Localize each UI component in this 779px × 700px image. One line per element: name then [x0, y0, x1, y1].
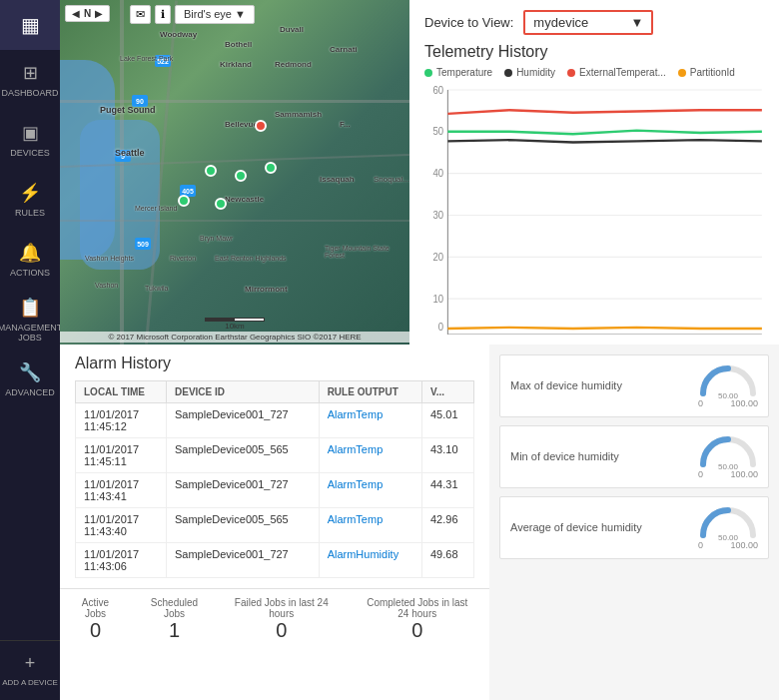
svg-text:10: 10	[433, 293, 444, 305]
sidebar-item-advanced[interactable]: 🔧 ADVANCED	[0, 350, 60, 409]
cell-device: SampleDevice001_727	[166, 403, 319, 438]
sidebar-item-actions[interactable]: 🔔 ACTIONS	[0, 230, 60, 290]
legend-humidity-dot	[504, 69, 512, 77]
sidebar-item-label: RULES	[15, 208, 45, 218]
sidebar: ▦ ⊞ DASHBOARD ▣ DEVICES ⚡ RULES 🔔 ACTION…	[0, 0, 60, 700]
cell-value: 44.31	[421, 473, 473, 508]
rules-icon: ⚡	[19, 182, 41, 204]
alarm-panel: Alarm History LOCAL TIME DEVICE ID RULE …	[60, 345, 489, 588]
legend-external-label: ExternalTemperat...	[579, 67, 666, 78]
cell-value: 42.96	[421, 508, 473, 543]
legend-external-dot	[567, 69, 575, 77]
cell-value: 43.10	[421, 438, 473, 473]
cell-rule: AlarmTemp	[319, 473, 421, 508]
management-icon: 📋	[19, 297, 41, 319]
cell-rule: AlarmTemp	[319, 438, 421, 473]
table-row[interactable]: 11/01/201711:43:40 SampleDevice005_565 A…	[76, 508, 474, 543]
chart-legend: Temperature Humidity ExternalTemperat...…	[424, 67, 764, 78]
alarm-table: LOCAL TIME DEVICE ID RULE OUTPUT V... 11…	[75, 380, 474, 578]
legend-temp-dot	[424, 69, 432, 77]
add-device-button[interactable]: + ADD A DEVICE	[0, 640, 60, 700]
col-local-time: LOCAL TIME	[76, 381, 167, 403]
svg-text:50: 50	[433, 126, 444, 138]
map-nav-right[interactable]: ▶	[95, 8, 103, 19]
telemetry-chart: 60 50 40 30 20 10 0	[424, 84, 764, 335]
main-content: 90 522 5 405 509 Woodway Lake Forest Par…	[60, 0, 779, 700]
alarm-table-wrapper: LOCAL TIME DEVICE ID RULE OUTPUT V... 11…	[75, 380, 474, 578]
cell-device: SampleDevice005_565	[166, 438, 319, 473]
job-label-3: Completed Jobs in last 24 hours	[361, 597, 474, 619]
jobs-bar: Active Jobs0Scheduled Jobs1Failed Jobs i…	[60, 588, 489, 650]
legend-partition-label: PartitionId	[690, 67, 735, 78]
svg-text:0: 0	[438, 322, 444, 334]
legend-temperature: Temperature	[424, 67, 492, 78]
gauge-numbers-0: 0100.00	[698, 398, 758, 408]
map-pin-green-2[interactable]	[235, 170, 247, 182]
advanced-icon: 🔧	[19, 361, 41, 383]
cell-time: 11/01/201711:43:40	[76, 508, 167, 543]
cell-value: 49.68	[421, 543, 473, 578]
chart-area: 60 50 40 30 20 10 0	[424, 84, 764, 335]
telemetry-title: Telemetry History	[424, 43, 764, 61]
legend-external: ExternalTemperat...	[567, 67, 666, 78]
svg-text:60: 60	[433, 84, 444, 96]
map-pin-green-3[interactable]	[265, 162, 277, 174]
sidebar-item-rules[interactable]: ⚡ RULES	[0, 170, 60, 230]
map-pin-green-5[interactable]	[178, 195, 190, 207]
gauge-svg-0: 50.00	[698, 363, 758, 398]
cell-value: 45.01	[421, 403, 473, 438]
gauge-label-2: Average of device humidity	[510, 520, 688, 534]
map-message-btn[interactable]: ✉	[130, 5, 151, 24]
bottom-area: Alarm History LOCAL TIME DEVICE ID RULE …	[60, 345, 779, 700]
map-info-btn[interactable]: ℹ	[155, 5, 171, 24]
table-row[interactable]: 11/01/201711:45:12 SampleDevice001_727 A…	[76, 403, 474, 438]
svg-text:50.00: 50.00	[718, 462, 739, 469]
gauge-card-1: Min of device humidity 50.00 0100.00	[499, 425, 769, 488]
job-label-0: Active Jobs	[75, 597, 116, 619]
svg-text:50.00: 50.00	[718, 533, 739, 540]
legend-humidity: Humidity	[504, 67, 555, 78]
gauge-card-2: Average of device humidity 50.00 0100.00	[499, 496, 769, 559]
dropdown-arrow-icon: ▼	[630, 15, 643, 30]
gauge-numbers-2: 0100.00	[698, 540, 758, 550]
job-value-0: 0	[75, 619, 116, 642]
table-row[interactable]: 11/01/201711:43:41 SampleDevice001_727 A…	[76, 473, 474, 508]
sidebar-item-dashboard[interactable]: ⊞ DASHBOARD	[0, 50, 60, 110]
map-pin-red[interactable]	[255, 120, 267, 132]
cell-rule: AlarmTemp	[319, 403, 421, 438]
cell-time: 11/01/201711:45:11	[76, 438, 167, 473]
col-device-id: DEVICE ID	[166, 381, 319, 403]
sidebar-item-management[interactable]: 📋 MANAGEMENT JOBS	[0, 290, 60, 350]
sidebar-item-devices[interactable]: ▣ DEVICES	[0, 110, 60, 170]
job-value-2: 0	[233, 619, 331, 642]
map-toolbar: ◀ N ▶	[65, 5, 110, 22]
birds-eye-button[interactable]: Bird's eye ▼	[175, 5, 255, 24]
device-select-dropdown[interactable]: mydevice ▼	[523, 10, 653, 35]
map-nav-left[interactable]: ◀	[72, 8, 80, 19]
gauge-svg-1: 50.00	[698, 434, 758, 469]
map-pin-green-4[interactable]	[215, 198, 227, 210]
legend-temp-label: Temperature	[436, 67, 492, 78]
dashboard-icon: ⊞	[23, 62, 38, 84]
job-item-0: Active Jobs0	[75, 597, 116, 642]
cell-time: 11/01/201711:43:41	[76, 473, 167, 508]
table-row[interactable]: 11/01/201711:43:06 SampleDevice001_727 A…	[76, 543, 474, 578]
svg-text:20: 20	[433, 251, 444, 263]
map-attribution: © 2017 Microsoft Corporation Earthstar G…	[60, 332, 409, 343]
map-north: N	[84, 8, 91, 19]
job-item-1: Scheduled Jobs1	[146, 597, 203, 642]
add-icon: +	[25, 653, 36, 674]
right-panel: Max of device humidity 50.00 0100.00 Min…	[489, 345, 779, 700]
table-row[interactable]: 11/01/201711:45:11 SampleDevice005_565 A…	[76, 438, 474, 473]
map-pin-green-1[interactable]	[205, 165, 217, 177]
cell-rule: AlarmHumidity	[319, 543, 421, 578]
alarm-section: Alarm History LOCAL TIME DEVICE ID RULE …	[60, 345, 489, 700]
map-scale: 10km	[205, 318, 265, 331]
svg-text:40: 40	[433, 168, 444, 180]
sidebar-item-label: DASHBOARD	[1, 88, 58, 98]
gauge-card-0: Max of device humidity 50.00 0100.00	[499, 354, 769, 417]
sidebar-item-label: ADVANCED	[5, 387, 54, 397]
logo-icon: ▦	[21, 13, 40, 37]
svg-text:50.00: 50.00	[718, 391, 739, 398]
device-value: mydevice	[533, 15, 588, 30]
